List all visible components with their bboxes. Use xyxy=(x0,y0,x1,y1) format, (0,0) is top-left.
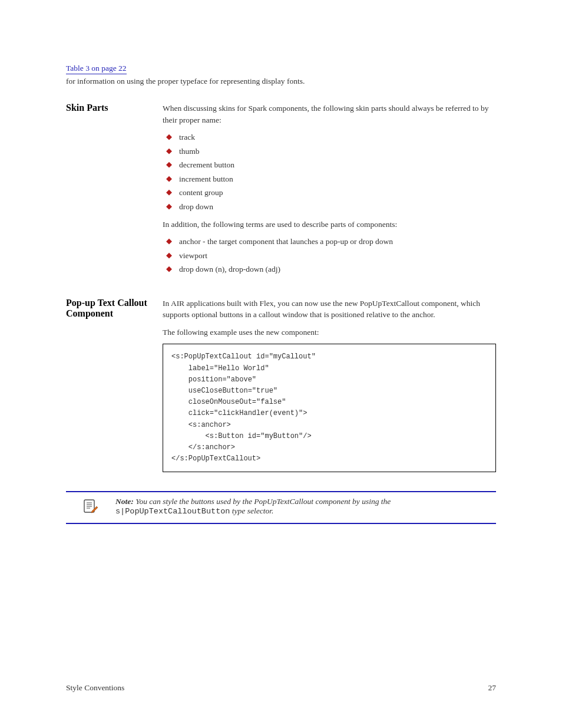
note-text-post: type selector. xyxy=(230,506,273,515)
cross-reference-link[interactable]: Table 3 on page 22 xyxy=(66,64,127,74)
note-text: Note: You can style the buttons used by … xyxy=(115,497,496,516)
list-item: content group xyxy=(166,187,496,199)
skin-parts-continuing: In addition, the following terms are use… xyxy=(163,219,496,230)
footer-page-number: 27 xyxy=(488,683,497,693)
list-item: increment button xyxy=(166,173,496,185)
skin-parts-list-b: anchor - the target component that launc… xyxy=(166,236,496,275)
note-icon xyxy=(82,498,100,518)
list-item: viewport xyxy=(166,250,496,262)
list-item: drop down xyxy=(166,201,496,213)
note-text-pre: You can style the buttons used by the Po… xyxy=(134,497,391,506)
code-example: <s:PopUpTextCallout id="myCallout" label… xyxy=(163,344,496,472)
link-suffix-text: for information on using the proper type… xyxy=(66,77,496,86)
skin-parts-heading: Skin Parts xyxy=(66,103,163,113)
note-label: Note: xyxy=(115,497,134,506)
note-code: s|PopUpTextCalloutButton xyxy=(115,507,230,516)
popup-callout-para: In AIR applications built with Flex, you… xyxy=(163,298,496,321)
note-block: Note: You can style the buttons used by … xyxy=(66,491,496,524)
list-item: thumb xyxy=(166,146,496,157)
skin-parts-list-a: track thumb decrement button increment b… xyxy=(166,131,496,212)
popup-callout-heading: Pop-up Text Callout Component xyxy=(66,298,163,319)
example-lead: The following example uses the new compo… xyxy=(163,327,496,338)
list-item: drop down (n), drop-down (adj) xyxy=(166,263,496,275)
list-item: decrement button xyxy=(166,159,496,171)
list-item: anchor - the target component that launc… xyxy=(166,236,496,248)
list-item: track xyxy=(166,131,496,143)
footer-section-title: Style Conventions xyxy=(66,683,124,693)
skin-parts-intro: When discussing skins for Spark componen… xyxy=(163,103,496,126)
